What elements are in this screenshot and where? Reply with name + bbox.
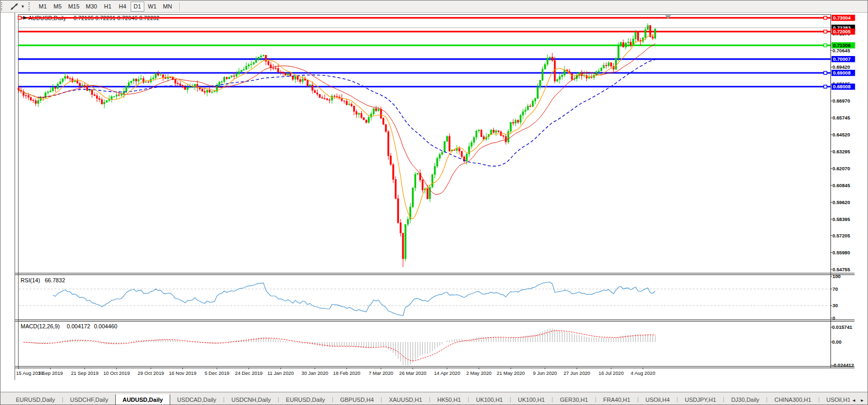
date-label: 11 Jan 2020: [267, 371, 294, 376]
price-tick-label: 0.60845: [833, 183, 850, 188]
chart-tool-icon[interactable]: [10, 3, 20, 11]
price-tick-label: 0.57205: [833, 233, 850, 238]
timeframe-button-h4[interactable]: H4: [116, 2, 130, 12]
date-label: 16 Jul 2020: [598, 371, 624, 376]
chart-background: [14, 13, 855, 380]
rsi-tick-label: 0: [833, 316, 835, 321]
date-label: 7 Mar 2020: [368, 371, 393, 376]
chart-tab-gbpusd-h4[interactable]: GBPUSD,H4: [333, 394, 381, 405]
price-tick-label: 0.59620: [833, 200, 850, 205]
price-tick-label: 0.58395: [833, 217, 850, 222]
chart-tool-caret-icon[interactable]: ▼: [21, 4, 25, 9]
rsi-label-name: RSI(14): [21, 277, 40, 283]
chart-tab-usoil-h1[interactable]: USOil,H1: [819, 394, 849, 405]
price-tick-label: 0.63295: [833, 149, 850, 154]
rsi-tick-label: 30: [833, 303, 838, 308]
level-price-label: 0.68008: [833, 84, 851, 89]
timeframe-button-m5[interactable]: M5: [51, 2, 64, 12]
timeframe-button-h1[interactable]: H1: [101, 2, 115, 12]
chart-tab-eurusd-daily[interactable]: EURUSD,Daily: [9, 394, 62, 405]
price-tick-label: 0.62070: [833, 166, 850, 171]
timeframe-button-mn[interactable]: MN: [160, 2, 174, 12]
level-price-label: 0.72005: [833, 29, 851, 34]
date-label: 5 Dec 2019: [205, 371, 229, 376]
price-tick-label: 0.65745: [833, 115, 850, 121]
chart-tab-fra40-h1[interactable]: FRA40,H1: [596, 394, 637, 405]
toolbar-grip-2[interactable]: [29, 2, 32, 11]
chart-tab-dj30-daily[interactable]: DJ30,Daily: [724, 394, 766, 405]
diagonal-arrows-icon: [10, 3, 20, 11]
chart-tab-audusd-daily[interactable]: AUDUSD,Daily: [115, 394, 170, 405]
date-label: 2 May 2020: [466, 371, 492, 376]
date-label: 29 Oct 2019: [137, 371, 164, 376]
tabs-scroll-left-icon[interactable]: ◄: [852, 398, 856, 403]
chart-tab-uk100-h1[interactable]: UK100,H1: [511, 394, 552, 405]
chart-tabs: EURUSD,Daily|USDCHF,DailyAUDUSD,DailyUSD…: [1, 394, 849, 405]
macd-tick-label: 0.015741: [832, 325, 852, 330]
macd-tick-label: 0.00: [832, 339, 842, 345]
line-handle-right[interactable]: [824, 85, 827, 88]
chart-tab-china300-h1[interactable]: CHINA300,H1: [768, 394, 818, 405]
timeframe-button-m1[interactable]: M1: [36, 2, 50, 12]
date-label: 10 Oct 2019: [103, 371, 130, 376]
price-tick-label: 0.55980: [833, 250, 850, 255]
price-tick-label: 0.54755: [833, 267, 850, 272]
chart-tab-xauusd-h1[interactable]: XAUUSD,H1: [382, 394, 429, 405]
rsi-label-value: 66.7832: [45, 277, 66, 283]
toolbar-grip[interactable]: [1, 2, 5, 11]
date-label: 21 May 2020: [497, 371, 525, 376]
date-label: 4 Aug 2020: [631, 371, 655, 376]
line-handle-right[interactable]: [824, 71, 827, 75]
price-tick-label: 0.66970: [833, 98, 850, 104]
chart-tab-uk100-h1[interactable]: UK100,H1: [469, 394, 510, 405]
chart-tab-usoil-h4[interactable]: USOil,H4: [639, 394, 677, 405]
date-label: 27 Jun 2020: [564, 371, 590, 376]
date-label: 14 Apr 2020: [434, 371, 460, 376]
price-tick-label: 0.69420: [833, 65, 850, 70]
price-tick-label: 0.70645: [833, 48, 850, 53]
date-label: 18 Feb 2020: [333, 371, 361, 376]
date-label: 30 Jan 2020: [301, 371, 328, 376]
level-price-label: 0.70007: [833, 57, 851, 62]
chart-tab-usdjpy-h1[interactable]: USDJPY,H1: [678, 394, 723, 405]
date-label: 16 Nov 2019: [169, 371, 196, 376]
chart-tab-eurusd-daily[interactable]: EURUSD,Daily: [279, 394, 332, 405]
date-label: 24 Dec 2019: [235, 371, 263, 376]
chart-tab-hk50-h1[interactable]: HK50,H1: [430, 394, 468, 405]
timeframe-toolbar: ▼ M1M5M15M30H1H4D1W1MN: [1, 1, 868, 13]
date-label: 21 Sep 2019: [71, 371, 98, 376]
line-handle-right[interactable]: [824, 16, 827, 20]
timeframe-buttons: M1M5M15M30H1H4D1W1MN: [35, 2, 175, 12]
macd-tick-label: -0.024412: [832, 363, 854, 368]
timeframe-button-m15[interactable]: M15: [66, 2, 82, 12]
chart-canvas: AUDUSD,Daily 0.72105 0.72291 0.72046 0.7…: [1, 13, 868, 392]
chart-tab-usdcnh-daily[interactable]: USDCNH,Daily: [225, 394, 278, 405]
level-price-label: 0.69008: [833, 70, 851, 76]
level-price-label: 0.73004: [833, 15, 851, 21]
date-label: 3 Sep 2019: [38, 371, 63, 376]
trading-platform-window: ▼ M1M5M15M30H1H4D1W1MN AUDUSD,Daily 0.72…: [0, 0, 868, 405]
level-price-label: 0.71006: [833, 43, 851, 48]
timeframe-button-m30[interactable]: M30: [83, 2, 99, 12]
line-handle-left[interactable]: [18, 16, 21, 20]
chart-tab-ger30-h1[interactable]: GER30,H1: [553, 394, 595, 405]
date-label: 9 Jun 2020: [533, 371, 557, 376]
tabs-scroll-right-icon[interactable]: ►: [860, 398, 864, 403]
toolbar-separator: [179, 2, 180, 11]
macd-label-signal-value: 0.004460: [94, 323, 117, 329]
chart-tab-usdcad-daily[interactable]: USDCAD,Daily: [170, 394, 223, 405]
rsi-tick-label: 70: [833, 287, 838, 292]
timeframe-button-w1[interactable]: W1: [145, 2, 160, 12]
date-label: 26 Mar 2020: [399, 371, 427, 376]
macd-label-name: MACD(12,26,9): [21, 323, 60, 329]
tab-navigation: ◄ ►: [849, 398, 868, 405]
macd-label-macd-value: 0.004172: [67, 323, 90, 329]
timeframe-button-d1[interactable]: D1: [131, 2, 144, 12]
chart-tab-bar: EURUSD,Daily|USDCHF,DailyAUDUSD,DailyUSD…: [1, 392, 868, 405]
line-handle-right[interactable]: [824, 30, 827, 33]
line-handle-right[interactable]: [824, 44, 827, 47]
price-tick-label: 0.64520: [833, 132, 850, 137]
chart-tab-usdchf-daily[interactable]: USDCHF,Daily: [63, 394, 115, 405]
